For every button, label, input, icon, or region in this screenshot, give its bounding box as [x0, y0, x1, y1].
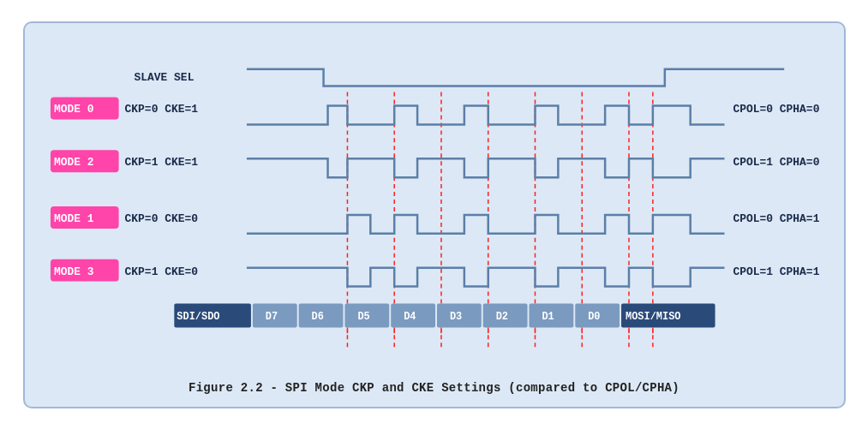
mode1-label: MODE 1: [53, 212, 93, 224]
mosi-miso-label: MOSI/MISO: [626, 311, 680, 323]
d5-label: D5: [357, 311, 369, 323]
d7-label: D7: [265, 311, 277, 323]
mode1-cpol: CPOL=0 CPHA=1: [733, 212, 819, 224]
d4-label: D4: [404, 311, 416, 323]
mode2-label: MODE 2: [53, 156, 93, 169]
mode2-params: CKP=1 CKE=1: [124, 156, 198, 169]
outer-container: .waveform { fill: none; stroke: #5b7fa8;…: [23, 21, 846, 408]
mode3-label: MODE 3: [53, 265, 93, 277]
slave-sel-label: SLAVE SEL: [134, 70, 194, 83]
diagram-svg: .waveform { fill: none; stroke: #5b7fa8;…: [42, 39, 827, 372]
d1-label: D1: [542, 311, 554, 323]
mode2-wave: [246, 158, 724, 177]
mode0-params: CKP=0 CKE=1: [124, 103, 198, 116]
mode0-wave: [246, 105, 724, 124]
mode2-cpol: CPOL=1 CPHA=0: [733, 156, 819, 169]
figure-caption: Figure 2.2 - SPI Mode CKP and CKE Settin…: [42, 381, 827, 395]
mode3-cpol: CPOL=1 CPHA=1: [733, 265, 819, 277]
mode3-wave: [246, 267, 724, 286]
mode1-wave: [246, 214, 724, 233]
mode0-cpol: CPOL=0 CPHA=0: [733, 103, 819, 116]
mode1-params: CKP=0 CKE=0: [124, 212, 198, 224]
diagram-area: .waveform { fill: none; stroke: #5b7fa8;…: [42, 39, 827, 372]
d6-label: D6: [311, 311, 323, 323]
slave-sel-wave: [246, 69, 783, 86]
d0-label: D0: [588, 311, 600, 323]
d3-label: D3: [449, 311, 461, 323]
mode0-label: MODE 0: [53, 103, 93, 116]
sdi-sdo-label: SDI/SDO: [177, 311, 219, 323]
mode3-params: CKP=1 CKE=0: [124, 265, 198, 277]
d2-label: D2: [495, 311, 507, 323]
